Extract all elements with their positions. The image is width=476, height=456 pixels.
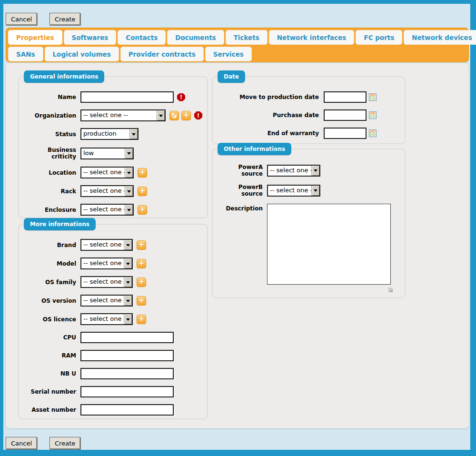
tab-network-devices[interactable]: Network devices	[404, 30, 476, 45]
field-row-enclosure: Enclosure -- select one -- +	[24, 204, 202, 216]
field-row-nb-u: NB U	[24, 368, 202, 379]
rack-add-button[interactable]: +	[138, 187, 147, 196]
field-row-end-of-warranty: End of warranty	[218, 128, 400, 139]
cancel-button[interactable]: Cancel	[6, 13, 37, 25]
os-version-add-button[interactable]: +	[137, 296, 146, 306]
powera-source-select[interactable]: -- select one --	[267, 165, 320, 177]
os-licence-add-button[interactable]: +	[137, 315, 146, 324]
purchase-date-label: Purchase date	[218, 112, 319, 119]
calendar-icon[interactable]	[369, 93, 377, 101]
description-textarea[interactable]	[267, 204, 391, 285]
field-row-os-family: OS family -- select one -- +	[24, 276, 202, 288]
fieldset-legend: More informations	[24, 218, 96, 230]
dropdown-arrow-icon[interactable]	[124, 258, 132, 268]
plus-icon: +	[139, 169, 146, 176]
field-row-os-version: OS version -- select one -- +	[24, 295, 202, 307]
nb-u-input[interactable]	[80, 368, 174, 379]
tab-services[interactable]: Services	[205, 47, 252, 61]
cpu-label: CPU	[24, 334, 76, 341]
tab-tickets[interactable]: Tickets	[226, 30, 268, 45]
dropdown-arrow-icon[interactable]	[124, 240, 132, 250]
move-to-production-date-input[interactable]	[324, 91, 367, 103]
dropdown-arrow-icon[interactable]	[124, 277, 132, 287]
field-row-ram: RAM	[24, 350, 202, 361]
fieldset-date: Date Move to production date Purchase da…	[212, 76, 406, 144]
serial-number-input[interactable]	[80, 386, 174, 397]
resize-grip[interactable]	[388, 287, 393, 292]
brand-add-button[interactable]: +	[137, 240, 146, 250]
tab-softwares[interactable]: Softwares	[64, 30, 117, 45]
cancel-button[interactable]: Cancel	[6, 437, 37, 449]
location-add-button[interactable]: +	[138, 168, 147, 178]
field-row-business-criticity: Business criticity low	[24, 147, 202, 160]
field-row-name: Name !	[24, 91, 202, 103]
dropdown-arrow-icon[interactable]	[125, 186, 133, 196]
create-button[interactable]: Create	[50, 437, 80, 449]
tab-bar: Properties Softwares Contacts Documents …	[6, 28, 469, 62]
powerb-source-select-value: -- select one --	[268, 186, 311, 196]
tab-documents[interactable]: Documents	[167, 30, 224, 45]
brand-select-value: -- select one --	[81, 240, 124, 250]
dropdown-arrow-icon[interactable]	[129, 129, 138, 139]
toolbar-top: Cancel Create	[6, 13, 80, 25]
dropdown-arrow-icon[interactable]	[311, 166, 319, 176]
tab-sans[interactable]: SANs	[8, 47, 43, 61]
brand-select[interactable]: -- select one --	[80, 239, 133, 251]
os-family-add-button[interactable]: +	[137, 278, 146, 287]
plus-icon: +	[183, 112, 189, 119]
end-of-warranty-input[interactable]	[324, 128, 367, 139]
model-label: Model	[24, 260, 76, 267]
business-criticity-select[interactable]: low	[80, 148, 134, 159]
tab-logical-volumes[interactable]: Logical volumes	[45, 47, 119, 61]
rack-select[interactable]: -- select one --	[80, 185, 134, 197]
calendar-icon[interactable]	[369, 129, 377, 137]
os-family-label: OS family	[24, 279, 76, 286]
status-select[interactable]: production	[80, 128, 139, 140]
enclosure-select[interactable]: -- select one --	[80, 204, 134, 216]
os-licence-select[interactable]: -- select one --	[80, 313, 133, 325]
dropdown-arrow-icon[interactable]	[157, 110, 165, 120]
ram-input[interactable]	[80, 350, 174, 361]
powerb-source-select[interactable]: -- select one --	[267, 185, 320, 197]
dropdown-arrow-icon[interactable]	[124, 314, 132, 324]
tab-properties[interactable]: Properties	[8, 30, 62, 45]
purchase-date-input[interactable]	[324, 109, 367, 121]
enclosure-add-button[interactable]: +	[138, 205, 147, 215]
asset-number-input[interactable]	[80, 404, 174, 416]
organization-hierarchy-button[interactable]	[169, 111, 179, 120]
model-select[interactable]: -- select one --	[80, 258, 133, 269]
os-version-label: OS version	[24, 297, 76, 304]
cpu-input[interactable]	[80, 332, 174, 343]
os-version-select[interactable]: -- select one --	[80, 295, 133, 307]
organization-select-value: -- select one --	[81, 110, 157, 120]
dropdown-arrow-icon[interactable]	[125, 205, 133, 215]
location-select[interactable]: -- select one --	[80, 167, 134, 178]
plus-icon: +	[139, 260, 145, 267]
dropdown-arrow-icon[interactable]	[311, 186, 319, 196]
powera-source-label: PowerA source	[218, 164, 263, 177]
business-criticity-select-value: low	[81, 149, 125, 159]
dropdown-arrow-icon[interactable]	[124, 296, 132, 306]
calendar-icon[interactable]	[369, 111, 377, 119]
organization-add-button[interactable]: +	[181, 111, 191, 120]
name-input[interactable]	[80, 91, 174, 103]
tab-network-interfaces[interactable]: Network interfaces	[269, 30, 355, 45]
field-row-model: Model -- select one -- +	[24, 258, 202, 269]
tab-contacts[interactable]: Contacts	[118, 30, 166, 45]
end-of-warranty-label: End of warranty	[218, 130, 319, 137]
fieldset-legend: General informations	[24, 70, 104, 83]
rack-label: Rack	[24, 188, 76, 195]
tab-row-2: SANs Logical volumes Provider contracts …	[8, 47, 466, 61]
os-family-select[interactable]: -- select one --	[80, 276, 133, 288]
organization-label: Organization	[24, 112, 76, 119]
tab-provider-contracts[interactable]: Provider contracts	[120, 47, 204, 61]
field-row-powerb-source: PowerB source -- select one --	[218, 184, 400, 197]
field-row-move-to-production-date: Move to production date	[218, 91, 400, 103]
create-button[interactable]: Create	[50, 13, 80, 25]
dropdown-arrow-icon[interactable]	[125, 149, 133, 159]
tab-row-1: Properties Softwares Contacts Documents …	[8, 30, 466, 45]
organization-select[interactable]: -- select one --	[80, 109, 166, 121]
tab-fc-ports[interactable]: FC ports	[356, 30, 402, 45]
dropdown-arrow-icon[interactable]	[125, 168, 133, 178]
model-add-button[interactable]: +	[137, 259, 146, 268]
